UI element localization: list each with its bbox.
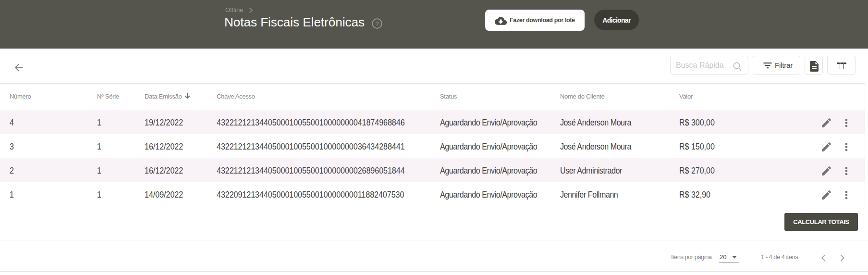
svg-text:?: ? — [376, 21, 379, 27]
